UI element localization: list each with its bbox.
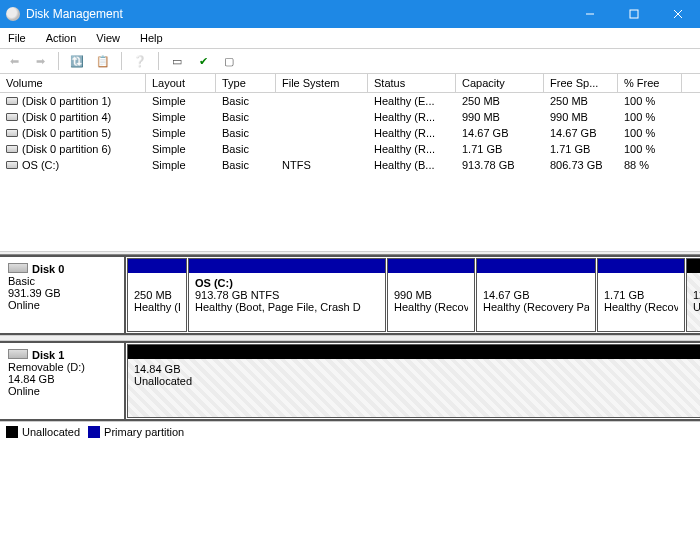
menu-view[interactable]: View — [92, 30, 124, 46]
minimize-button[interactable] — [568, 0, 612, 28]
legend: Unallocated Primary partition — [0, 421, 700, 442]
disk0-partition[interactable]: 12 MUna — [686, 258, 700, 332]
legend-primary-swatch — [88, 426, 100, 438]
disk1-info[interactable]: Disk 1 Removable (D:) 14.84 GB Online — [0, 343, 126, 419]
col-capacity[interactable]: Capacity — [456, 74, 544, 92]
legend-primary-label: Primary partition — [104, 426, 184, 438]
action1-icon[interactable]: ▭ — [167, 51, 187, 71]
legend-unallocated-label: Unallocated — [22, 426, 80, 438]
app-icon — [6, 7, 20, 21]
disk0-partition[interactable]: 14.67 GBHealthy (Recovery Pa — [476, 258, 596, 332]
volume-row[interactable]: (Disk 0 partition 4)SimpleBasicHealthy (… — [0, 109, 700, 125]
window-title: Disk Management — [26, 7, 568, 21]
col-volume[interactable]: Volume — [0, 74, 146, 92]
maximize-button[interactable] — [612, 0, 656, 28]
menu-help[interactable]: Help — [136, 30, 167, 46]
col-filesystem[interactable]: File System — [276, 74, 368, 92]
disk0-info[interactable]: Disk 0 Basic 931.39 GB Online — [0, 257, 126, 333]
action3-icon[interactable]: ▢ — [219, 51, 239, 71]
forward-button[interactable]: ➡ — [30, 51, 50, 71]
back-button[interactable]: ⬅ — [4, 51, 24, 71]
svg-rect-1 — [630, 10, 638, 18]
refresh-icon[interactable]: 🔃 — [67, 51, 87, 71]
disk0-partition[interactable]: 990 MBHealthy (Recov — [387, 258, 475, 332]
menu-bar: File Action View Help — [0, 28, 700, 48]
disk0-partition[interactable]: 250 MBHealthy (EF — [127, 258, 187, 332]
close-button[interactable] — [656, 0, 700, 28]
volume-row[interactable]: (Disk 0 partition 1)SimpleBasicHealthy (… — [0, 93, 700, 109]
col-layout[interactable]: Layout — [146, 74, 216, 92]
column-headers: Volume Layout Type File System Status Ca… — [0, 74, 700, 93]
disk0-row: Disk 0 Basic 931.39 GB Online 250 MBHeal… — [0, 255, 700, 335]
help-icon[interactable]: ❔ — [130, 51, 150, 71]
title-bar: Disk Management — [0, 0, 700, 28]
disk1-row: Disk 1 Removable (D:) 14.84 GB Online 14… — [0, 341, 700, 421]
col-type[interactable]: Type — [216, 74, 276, 92]
volume-list[interactable]: (Disk 0 partition 1)SimpleBasicHealthy (… — [0, 93, 700, 251]
toolbar: ⬅ ➡ 🔃 📋 ❔ ▭ ✔ ▢ — [0, 48, 700, 74]
col-freespace[interactable]: Free Sp... — [544, 74, 618, 92]
disk-icon — [8, 263, 28, 273]
properties-icon[interactable]: 📋 — [93, 51, 113, 71]
disk0-partition[interactable]: OS (C:)913.78 GB NTFSHealthy (Boot, Page… — [188, 258, 386, 332]
legend-unallocated-swatch — [6, 426, 18, 438]
volume-row[interactable]: (Disk 0 partition 6)SimpleBasicHealthy (… — [0, 141, 700, 157]
menu-file[interactable]: File — [4, 30, 30, 46]
volume-row[interactable]: (Disk 0 partition 5)SimpleBasicHealthy (… — [0, 125, 700, 141]
disk1-partition[interactable]: 14.84 GB Unallocated — [127, 344, 700, 418]
volume-row[interactable]: OS (C:)SimpleBasicNTFSHealthy (B...913.7… — [0, 157, 700, 173]
disk0-partition[interactable]: 1.71 GBHealthy (Recove — [597, 258, 685, 332]
disk-icon — [8, 349, 28, 359]
col-pctfree[interactable]: % Free — [618, 74, 682, 92]
action2-icon[interactable]: ✔ — [193, 51, 213, 71]
col-status[interactable]: Status — [368, 74, 456, 92]
menu-action[interactable]: Action — [42, 30, 81, 46]
